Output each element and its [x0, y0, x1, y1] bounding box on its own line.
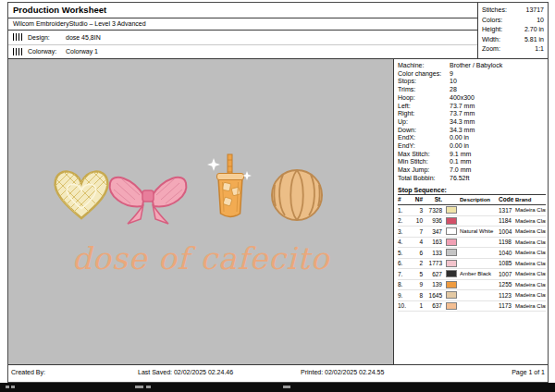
col-header-brand: Brand — [515, 197, 546, 202]
needle-number: 2 — [411, 260, 423, 266]
thread-brand: Madeira Classic 40 — [515, 239, 546, 245]
page-number: Page 1 of 1 — [512, 369, 545, 375]
stat-label: Height: — [482, 25, 502, 35]
design-label: Design: — [28, 34, 61, 41]
thread-code: 1085 — [499, 260, 515, 266]
stat-stitches: Stitches:13717 — [482, 6, 544, 16]
row-number: 6. — [398, 260, 411, 266]
needle-number: 10 — [411, 217, 423, 224]
needle-number: 1 — [411, 302, 423, 309]
row-number: 1. — [398, 207, 411, 214]
design-value: dose 45,8IN — [66, 34, 101, 41]
stitch-count: 139 — [423, 281, 442, 288]
col-header-description: Description — [460, 197, 499, 202]
col-header-num: # — [398, 196, 411, 202]
col-header-stitches: St. — [423, 196, 442, 202]
machine-value: 73.7 mm — [450, 103, 475, 111]
machine-value: 28 — [450, 86, 457, 94]
barcode-icon — [13, 48, 23, 55]
printed-label: Printed: 02/02/2025 02.24.55 — [301, 369, 384, 375]
stitch-count: 637 — [423, 302, 442, 309]
machine-value: 400x300 — [450, 94, 475, 103]
stitch-count: 163 — [423, 239, 442, 245]
header-info: Production Worksheet Wilcom EmbroiderySt… — [8, 3, 477, 58]
table-row: 7.5627Amber Black1007Madeira Classic 40 — [398, 269, 546, 280]
machine-label: Down: — [398, 127, 450, 135]
machine-value: 0.1 mm — [450, 158, 471, 166]
row-number: 5. — [398, 250, 411, 256]
needle-number: 7 — [411, 228, 423, 235]
machine-row: Color changes:9 — [398, 70, 546, 79]
iced-coffee-motif — [207, 154, 252, 217]
machine-label: Trims: — [398, 86, 450, 94]
machine-label: EndX: — [398, 134, 450, 142]
worksheet-footer: Created By: Last Saved: 02/02/2025 02.24… — [8, 364, 548, 384]
machine-settings-list: Machine:Brother / Babylock Color changes… — [398, 62, 546, 183]
needle-number: 4 — [411, 239, 423, 245]
table-row: 8.91391255Madeira Classic 40 — [398, 280, 546, 291]
machine-row: Down:34.3 mm — [398, 127, 546, 135]
machine-value: Brother / Babylock — [450, 62, 502, 70]
stitch-count: 1773 — [423, 260, 442, 266]
thread-color-swatch — [446, 217, 457, 225]
machine-row: Hoop:400x300 — [398, 94, 546, 103]
thread-color-swatch — [446, 291, 457, 299]
machine-row: Min Stitch:0.1 mm — [398, 158, 546, 166]
machine-label: Max Stitch: — [398, 151, 450, 159]
stat-value: 1:1 — [535, 44, 544, 55]
machine-label: Machine: — [398, 62, 450, 70]
table-row: 9.816451123Madeira Classic 40 — [398, 290, 546, 301]
table-row: 4.41631198Madeira Classic 40 — [398, 238, 546, 249]
concha-motif — [272, 170, 322, 220]
stat-value: 5.81 in — [524, 35, 544, 45]
sparkle-icon — [207, 158, 220, 171]
machine-row: Max Stitch:9.1 mm — [398, 151, 546, 159]
thread-code: 1040 — [499, 250, 515, 256]
worksheet-page: Production Worksheet Wilcom EmbroiderySt… — [7, 2, 549, 383]
machine-value: 10 — [450, 78, 457, 86]
stat-height: Height:2.70 in — [482, 25, 544, 35]
table-row: 10.16371173Madeira Classic 40 — [398, 301, 546, 312]
needle-number: 9 — [411, 281, 423, 288]
thread-code: 1198 — [499, 239, 515, 245]
machine-row: EndX:0.00 in — [398, 134, 546, 142]
col-header-needle: N# — [411, 196, 423, 202]
machine-value: 9.1 mm — [450, 151, 471, 159]
thread-code: 1184 — [499, 217, 515, 224]
thread-color-swatch — [446, 270, 457, 277]
thread-brand: Madeira Classic 40 — [515, 228, 546, 234]
table-row: 5.61331040Madeira Classic 40 — [398, 248, 546, 259]
stitch-count: 627 — [423, 271, 442, 277]
software-name: Wilcom EmbroideryStudio – Level 3 Advanc… — [8, 18, 477, 31]
machine-label: Left: — [398, 103, 450, 111]
thread-brand: Madeira Classic 40 — [515, 271, 546, 276]
machine-row: Total Bobbin:76.52ft — [398, 175, 546, 183]
needle-number: 8 — [411, 292, 423, 299]
bottombar-mark — [146, 386, 151, 388]
bow-motif — [110, 178, 187, 224]
barcode-icon — [13, 33, 23, 41]
machine-label: Stops: — [398, 78, 450, 86]
design-text: dose of cafecito — [8, 240, 393, 276]
thread-brand: Madeira Classic 40 — [515, 218, 546, 224]
machine-label: Up: — [398, 118, 450, 127]
design-stats-box: Stitches:13717 Colors:10 Height:2.70 in … — [477, 3, 548, 58]
thread-code: 1173 — [499, 302, 515, 309]
machine-row: Right:73.7 mm — [398, 110, 546, 118]
stop-sequence-title: Stop Sequence: — [398, 187, 546, 195]
thread-brand: Madeira Classic 40 — [515, 207, 546, 213]
thread-code: 1004 — [499, 228, 515, 235]
machine-row: Up:34.3 mm — [398, 118, 546, 127]
bottombar-mark — [11, 386, 15, 388]
stitch-count: 1645 — [423, 292, 442, 299]
thread-color-swatch — [446, 206, 457, 214]
stitch-count: 936 — [423, 217, 442, 224]
thread-code: 1123 — [499, 292, 515, 299]
stat-label: Width: — [482, 35, 500, 45]
thread-brand: Madeira Classic 40 — [515, 261, 546, 266]
machine-value: 0.00 in — [450, 142, 469, 151]
machine-row: Max Jump:7.0 mm — [398, 166, 546, 175]
machine-label: Color changes: — [398, 70, 450, 79]
stat-label: Colors: — [482, 16, 502, 26]
stat-value: 2.70 in — [524, 25, 544, 35]
